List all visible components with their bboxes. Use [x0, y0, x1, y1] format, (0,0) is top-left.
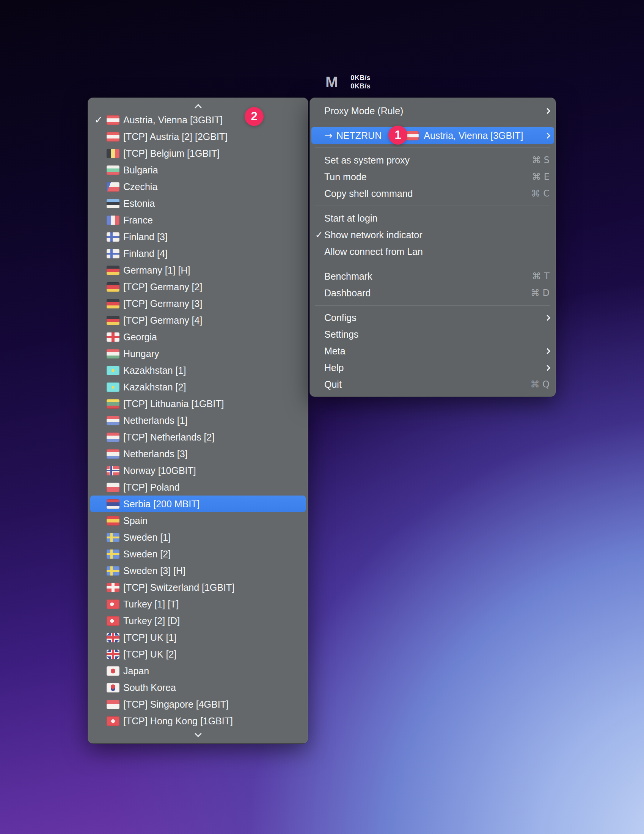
server-menu-item[interactable]: Kazakhstan [2]: [90, 379, 306, 395]
menu-item-label: Proxy Mode (Rule): [324, 105, 403, 116]
main-menu: Proxy Mode (Rule)→NETZRUNAustria, Vienna…: [310, 97, 556, 397]
app-logo-icon: M: [325, 74, 337, 89]
server-menu-item[interactable]: [TCP] Hong Kong [1GBIT]: [90, 713, 306, 729]
server-menu-item[interactable]: Sweden [1]: [90, 529, 306, 546]
server-menu-item[interactable]: Finland [4]: [90, 245, 306, 262]
server-menu-item[interactable]: [TCP] Netherlands [2]: [90, 429, 306, 446]
menu-item-tun-mode[interactable]: Tun mode⌘ E: [312, 168, 554, 185]
server-menu-item[interactable]: Bulgaria: [90, 162, 306, 178]
flag-netherlands: [107, 416, 119, 425]
server-menu-item[interactable]: [TCP] UK [2]: [90, 646, 306, 663]
server-label: Japan: [123, 666, 149, 677]
server-menu-item[interactable]: Hungary: [90, 345, 306, 362]
server-label: Kazakhstan [1]: [123, 365, 186, 376]
server-menu-item[interactable]: Japan: [90, 663, 306, 679]
server-menu-item[interactable]: Netherlands [1]: [90, 412, 306, 429]
server-menu-item[interactable]: Finland [3]: [90, 228, 306, 245]
server-menu-item[interactable]: ✓Austria, Vienna [3GBIT]: [90, 112, 306, 128]
menu-item-set-system-proxy[interactable]: Set as system proxy⌘ S: [312, 152, 554, 168]
chevron-right-icon: [545, 133, 551, 139]
server-menu-item[interactable]: [TCP] Singapore [4GBIT]: [90, 696, 306, 713]
menu-item-label: NETZRUN: [336, 130, 381, 141]
menu-item-copy-shell-command[interactable]: Copy shell command⌘ C: [312, 185, 554, 202]
server-menu-item[interactable]: Czechia: [90, 178, 306, 195]
menu-item-netzrun-proxy-group[interactable]: →NETZRUNAustria, Vienna [3GBIT]: [312, 127, 554, 144]
scroll-up-control[interactable]: [88, 101, 308, 112]
server-menu-item[interactable]: [TCP] Germany [3]: [90, 295, 306, 312]
chevron-down-icon: [195, 730, 202, 737]
server-menu-item[interactable]: Georgia: [90, 328, 306, 345]
server-menu-item[interactable]: [TCP] Belgium [1GBIT]: [90, 145, 306, 162]
server-menu-item[interactable]: [TCP] Poland: [90, 479, 306, 496]
scroll-down-control[interactable]: [88, 729, 308, 740]
menu-item-start-at-login[interactable]: Start at login: [312, 210, 554, 226]
shortcut-label: ⌘ D: [531, 288, 550, 298]
menu-item-proxy-mode[interactable]: Proxy Mode (Rule): [312, 102, 554, 119]
server-menu-item[interactable]: Netherlands [3]: [90, 446, 306, 462]
server-menu-item[interactable]: South Korea: [90, 679, 306, 696]
server-label: [TCP] Germany [2]: [123, 281, 202, 293]
flag-czechia: [107, 182, 119, 192]
menu-item-label: Set as system proxy: [324, 155, 410, 166]
server-label: Kazakhstan [2]: [123, 382, 186, 393]
flag-singapore: [107, 700, 119, 709]
server-label: Finland [3]: [123, 231, 168, 242]
checkmark-icon: ✓: [315, 230, 324, 240]
flag-bulgaria: [107, 165, 119, 175]
server-menu-item[interactable]: Turkey [2] [D]: [90, 613, 306, 629]
menu-item-label: Allow connect from Lan: [324, 246, 423, 257]
server-label: [TCP] Poland: [123, 482, 180, 493]
server-menu-item[interactable]: [TCP] Lithuania [1GBIT]: [90, 395, 306, 412]
menu-item-allow-connect-from-lan[interactable]: Allow connect from Lan: [312, 243, 554, 260]
menu-item-dashboard[interactable]: Dashboard⌘ D: [312, 284, 554, 301]
menu-item-show-network-indicator[interactable]: ✓Show network indicator: [312, 226, 554, 243]
menu-item-configs[interactable]: Configs: [312, 309, 554, 326]
menu-item-label: Tun mode: [324, 171, 367, 183]
menu-item-meta[interactable]: Meta: [312, 343, 554, 359]
server-menu-item[interactable]: Kazakhstan [1]: [90, 362, 306, 379]
server-label: [TCP] Germany [3]: [123, 298, 202, 309]
menu-item-help[interactable]: Help: [312, 359, 554, 376]
server-menu-item[interactable]: Spain: [90, 512, 306, 529]
server-menu-item[interactable]: Norway [10GBIT]: [90, 462, 306, 479]
flag-netherlands: [107, 449, 119, 459]
annotation-badge-1: 1: [388, 126, 407, 145]
server-menu-item[interactable]: [TCP] Germany [2]: [90, 278, 306, 295]
server-menu-item[interactable]: [TCP] UK [1]: [90, 629, 306, 646]
menu-item-settings[interactable]: Settings: [312, 326, 554, 343]
chevron-right-icon: [545, 315, 551, 321]
server-menu-item[interactable]: Serbia [200 MBIT]: [90, 496, 306, 512]
server-menu-item[interactable]: Sweden [3] [H]: [90, 562, 306, 579]
shortcut-label: ⌘ E: [532, 171, 550, 182]
server-label: Netherlands [3]: [123, 448, 188, 459]
arrow-right-icon: →: [324, 130, 332, 141]
server-menu-item[interactable]: France: [90, 212, 306, 228]
menu-item-quit[interactable]: Quit⌘ Q: [312, 376, 554, 393]
server-label: [TCP] UK [2]: [123, 649, 176, 660]
flag-france: [107, 215, 119, 225]
server-menu-item[interactable]: [TCP] Austria [2] [2GBIT]: [90, 128, 306, 145]
server-list: ✓Austria, Vienna [3GBIT][TCP] Austria [2…: [88, 112, 308, 729]
server-menu-item[interactable]: [TCP] Germany [4]: [90, 312, 306, 328]
flag-austria: [406, 131, 419, 141]
flag-south-korea: [107, 683, 119, 692]
menubar-status-item[interactable]: M 0KB/s 0KB/s: [325, 74, 371, 90]
server-menu-item[interactable]: Turkey [1] [T]: [90, 596, 306, 613]
menu-divider: [315, 148, 550, 148]
server-label: Sweden [3] [H]: [123, 566, 186, 576]
server-menu-item[interactable]: [TCP] Switzerland [1GBIT]: [90, 579, 306, 596]
flag-finland: [107, 232, 119, 242]
server-label: Turkey [2] [D]: [123, 616, 180, 626]
flag-belgium: [107, 149, 119, 158]
annotation-badge-2: 2: [245, 107, 263, 126]
flag-lithuania: [107, 399, 119, 409]
flag-turkey: [107, 616, 119, 626]
server-menu-item[interactable]: Germany [1] [H]: [90, 262, 306, 278]
chevron-right-icon: [545, 108, 551, 114]
server-menu-item[interactable]: Sweden [2]: [90, 546, 306, 562]
menu-item-label: Show network indicator: [324, 230, 422, 241]
chevron-up-icon: [195, 104, 202, 111]
server-menu-item[interactable]: Estonia: [90, 195, 306, 212]
flag-norway: [107, 466, 119, 475]
menu-item-benchmark[interactable]: Benchmark⌘ T: [312, 268, 554, 284]
